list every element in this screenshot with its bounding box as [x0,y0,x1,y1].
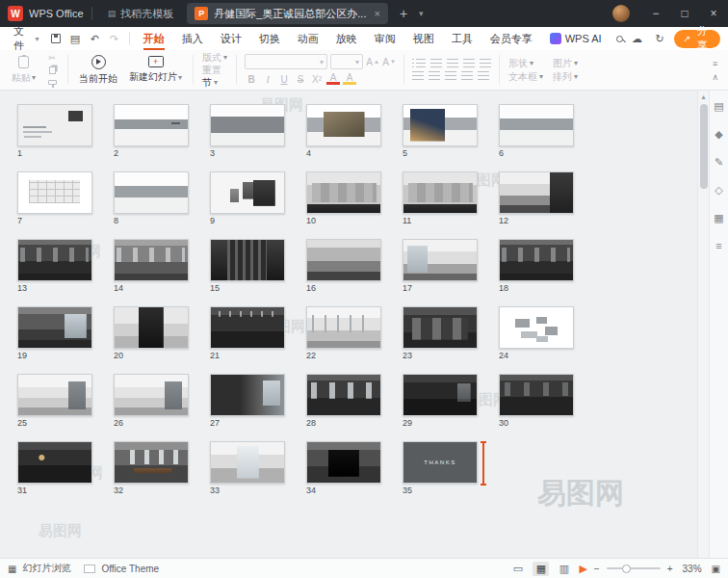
slide-thumbnail-8[interactable] [114,171,189,214]
search-icon[interactable] [611,30,629,47]
font-family-select[interactable]: ▾ [245,54,327,69]
numbering-icon[interactable] [430,59,442,68]
menu-tab-tools[interactable]: 工具 [444,27,481,50]
bold-button[interactable]: B [245,72,258,86]
save-icon[interactable] [47,30,65,47]
columns-icon[interactable] [478,71,489,81]
close-button[interactable]: × [699,0,728,27]
collapse-ribbon-icon[interactable]: ∧ [712,72,718,82]
slide-thumbnail-2[interactable] [114,104,189,146]
vertical-scrollbar[interactable]: ▲ [697,91,709,558]
menu-tab-design[interactable]: 设计 [213,27,249,50]
menu-tab-review[interactable]: 审阅 [367,27,403,50]
redo-icon[interactable]: ↷ [106,30,123,47]
app-tab-label[interactable]: WPS Office [29,8,84,19]
format-painter-icon[interactable] [44,78,60,88]
slide-thumbnail-33[interactable] [210,441,285,484]
close-document-icon[interactable]: × [374,8,379,19]
slide-thumbnail-7[interactable] [17,171,92,214]
section-button[interactable]: 节▾ [202,77,227,89]
zoom-out-button[interactable]: − [594,564,600,574]
cloud-sync-icon[interactable]: ☁ [629,30,645,47]
slide-thumbnail-13[interactable] [17,239,92,281]
slide-thumbnail-16[interactable] [306,239,381,281]
menu-tab-member[interactable]: 会员专享 [482,27,540,50]
slide-thumbnail-17[interactable] [403,239,478,281]
slide-thumbnail-29[interactable] [403,374,478,416]
slide-thumbnail-31[interactable] [17,441,92,484]
edit-panel-icon[interactable]: ✎ [715,156,723,169]
textbox-button[interactable]: 文本框▾ [508,71,543,83]
normal-view-button[interactable]: ▭ [509,562,526,576]
shrink-font-button[interactable]: A▼ [382,55,396,68]
slide-thumbnail-26[interactable] [114,374,189,416]
slideshow-play-button[interactable]: ▶ [579,563,586,575]
cut-icon[interactable]: ✂ [44,53,60,63]
justify-icon[interactable] [461,71,473,81]
slide-thumbnail-28[interactable] [306,374,381,416]
highlight-color-button[interactable]: A [343,73,356,85]
menu-tab-view[interactable]: 视图 [405,27,442,50]
shapes-button[interactable]: 形状▾ [508,58,543,69]
slide-thumbnail-6[interactable] [499,104,574,146]
tab-document[interactable]: P 丹健国际_奥正诚园总部公区办... × [187,3,388,24]
tab-list-chevron-icon[interactable]: ▾ [419,9,424,18]
layout-button[interactable]: 版式▾ [202,52,227,64]
slide-thumbnail-27[interactable] [210,374,285,416]
font-size-select[interactable]: ▾ [330,54,363,69]
slide-thumbnail-34[interactable] [306,441,381,484]
slide-thumbnail-3[interactable] [210,104,285,146]
properties-panel-icon[interactable]: ▤ [714,100,723,113]
italic-button[interactable]: I [261,72,274,86]
bullets-icon[interactable] [412,59,426,68]
menu-tab-insert[interactable]: 插入 [174,27,211,50]
slide-thumbnail-10[interactable] [306,171,381,214]
scroll-up-icon[interactable]: ▲ [700,92,707,102]
scrollbar-thumb[interactable] [700,104,708,189]
slide-thumbnail-32[interactable] [114,441,189,484]
shapes-panel-icon[interactable]: ◇ [715,184,722,197]
picture-button[interactable]: 图片▾ [553,58,578,69]
slide-thumbnail-14[interactable] [114,239,189,281]
slide-thumbnail-22[interactable] [306,306,381,349]
minimize-button[interactable]: − [641,0,670,27]
new-tab-button[interactable]: + [394,6,413,21]
slide-thumbnail-15[interactable] [210,239,285,281]
decrease-indent-icon[interactable] [447,59,458,68]
align-right-icon[interactable] [445,71,456,81]
align-left-icon[interactable] [412,71,424,81]
reading-view-button[interactable]: ▥ [556,562,572,576]
undo-icon[interactable]: ↶ [86,30,103,47]
slide-thumbnail-25[interactable] [17,374,92,416]
tab-docer-template[interactable]: ▤ 找稻壳模板 [100,0,182,27]
more-tools-icon[interactable]: ≡ [713,59,717,68]
slide-thumbnail-11[interactable] [403,171,478,214]
file-menu[interactable]: 文件▾ [8,24,45,53]
grid-panel-icon[interactable]: ▦ [714,212,723,224]
increase-indent-icon[interactable] [463,59,475,68]
maximize-button[interactable]: □ [670,0,699,27]
more-panel-icon[interactable]: ≡ [715,240,721,251]
theme-label[interactable]: Office Theme [101,564,159,574]
slide-thumbnail-20[interactable] [114,306,189,349]
slide-thumbnail-12[interactable] [499,171,574,214]
arrange-button[interactable]: 排列▾ [553,71,578,83]
slide-sorter-canvas[interactable]: 易图网 易图网 易图网 易图网 易图网 易图网 易图网 易图网 12345678… [0,91,697,558]
history-icon[interactable]: ↻ [651,30,667,47]
slide-thumbnail-4[interactable] [306,104,381,146]
menu-tab-wps-ai[interactable]: WPS AI [542,27,610,50]
play-from-current-button[interactable]: 当前开始 [73,53,123,87]
superscript-button[interactable]: X² [310,72,324,86]
slide-thumbnail-35[interactable]: THANKS [403,441,478,484]
paste-button[interactable]: 粘贴▾ [6,53,41,87]
slide-thumbnail-1[interactable] [17,104,92,146]
assets-panel-icon[interactable]: ◆ [715,128,722,141]
print-icon[interactable]: ▤ [66,30,84,47]
slide-thumbnail-21[interactable] [210,306,285,349]
user-avatar[interactable] [612,5,630,22]
strikethrough-button[interactable]: S [294,72,307,86]
slide-thumbnail-5[interactable] [403,104,478,146]
zoom-slider-handle[interactable] [622,565,631,573]
fit-to-window-button[interactable]: ▣ [712,564,720,574]
reset-button[interactable]: 重置 [202,65,227,76]
